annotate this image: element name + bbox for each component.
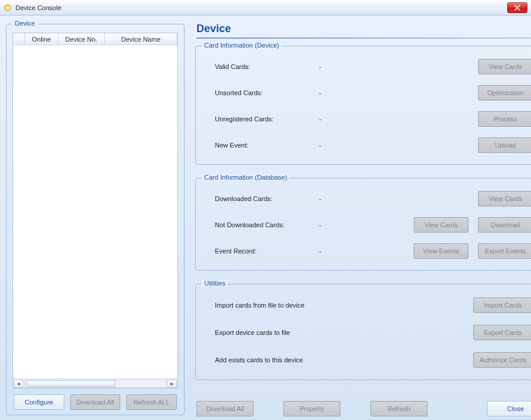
scroll-left-arrow[interactable]: ◄: [14, 380, 23, 388]
value-valid-cards: -: [319, 63, 379, 70]
device-list-buttons: Configure Download All Refresh ALL: [13, 391, 178, 411]
label-export-cards: Export device cards to file: [215, 329, 473, 336]
device-list-group: Device Online Device No. Device Name ◄ ►: [6, 24, 185, 415]
page-title: Device: [196, 23, 531, 35]
label-authorize-cards: Add exists cards to this device: [215, 356, 473, 363]
window-title: Device Console: [15, 4, 61, 11]
import-cards-button[interactable]: Import Cards: [473, 297, 531, 313]
device-grid-header: Online Device No. Device Name: [13, 33, 177, 45]
value-not-downloaded-cards: -: [319, 221, 379, 228]
device-grid-body: [13, 45, 177, 378]
download-button[interactable]: Download: [478, 217, 531, 233]
value-unsorted-cards: -: [319, 89, 379, 96]
process-button[interactable]: Process: [478, 111, 531, 127]
card-info-device-legend: Card Information (Device): [202, 42, 282, 49]
app-icon: [4, 4, 12, 12]
label-downloaded-cards: Downloaded Cards:: [215, 195, 319, 202]
label-not-downloaded-cards: Not Downloaded Cards:: [215, 221, 319, 228]
label-import-cards: Import cards from file to device: [215, 302, 473, 309]
property-button[interactable]: Property: [283, 401, 341, 416]
card-info-db-group: Card Information (Database) Downloaded C…: [195, 178, 531, 271]
row-unregistered-cards: Unregistered Cards: - Process: [202, 106, 531, 132]
value-unregistered-cards: -: [319, 115, 379, 123]
label-unregistered-cards: Unregistered Cards:: [215, 115, 319, 123]
row-unsorted-cards: Unsorted Cards: - Optimization: [202, 80, 531, 106]
content-area: Device Online Device No. Device Name ◄ ►: [0, 15, 531, 420]
value-downloaded-cards: -: [319, 195, 379, 202]
value-event-record: -: [319, 247, 379, 255]
title-underline: [196, 37, 531, 39]
card-info-device-group: Card Information (Device) Valid Cards: -…: [195, 46, 531, 165]
window-close-button[interactable]: [507, 2, 527, 13]
refresh-all-button[interactable]: Refresh ALL: [126, 394, 177, 410]
row-authorize-cards: Add exists cards to this device Authoriz…: [202, 346, 531, 374]
row-export-cards: Export device cards to file Export Cards: [202, 319, 531, 346]
optimization-button[interactable]: Optimization: [478, 85, 531, 101]
row-import-cards: Import cards from file to device Import …: [202, 292, 531, 319]
utilities-group: Utilities Import cards from file to devi…: [195, 284, 531, 380]
download-all-right-button[interactable]: Download All: [196, 401, 254, 416]
scroll-track[interactable]: [24, 380, 166, 388]
row-new-event: New Event: - Upload: [202, 132, 531, 158]
col-device-no[interactable]: Device No.: [58, 33, 105, 45]
col-device-name[interactable]: Device Name: [105, 33, 177, 45]
export-cards-button[interactable]: Export Cards: [473, 325, 531, 340]
view-cards-downloaded-button[interactable]: View Cards: [478, 191, 531, 206]
titlebar: Device Console: [0, 0, 531, 15]
device-list-legend: Device: [13, 20, 38, 27]
row-not-downloaded-cards: Not Downloaded Cards: - View Cards Downl…: [202, 212, 531, 238]
view-cards-notdl-button[interactable]: View Cards: [414, 217, 468, 233]
configure-button[interactable]: Configure: [14, 394, 64, 410]
close-button[interactable]: Close: [487, 401, 531, 416]
scroll-thumb[interactable]: [26, 380, 115, 387]
left-column: Device Online Device No. Device Name ◄ ►: [2, 19, 187, 418]
scroll-right-arrow[interactable]: ►: [167, 380, 177, 388]
label-unsorted-cards: Unsorted Cards:: [215, 89, 319, 96]
view-cards-valid-button[interactable]: View Cards: [478, 59, 531, 74]
export-events-button[interactable]: Export Events: [478, 243, 531, 259]
download-all-left-button[interactable]: Download All: [70, 394, 121, 410]
refresh-button[interactable]: Refresh: [370, 401, 427, 416]
view-events-button[interactable]: View Events: [414, 243, 468, 259]
row-event-record: Event Record: - View Events Export Event…: [202, 238, 531, 264]
grid-corner: [13, 33, 25, 45]
col-online[interactable]: Online: [25, 33, 58, 45]
right-bottom-buttons: Download All Property Refresh Close: [192, 395, 531, 418]
row-valid-cards: Valid Cards: - View Cards: [202, 54, 531, 80]
label-valid-cards: Valid Cards:: [215, 63, 319, 70]
horizontal-scrollbar[interactable]: ◄ ►: [13, 378, 177, 388]
upload-button[interactable]: Upload: [478, 137, 531, 153]
card-info-db-legend: Card Information (Database): [202, 174, 289, 181]
row-downloaded-cards: Downloaded Cards: - View Cards: [202, 186, 531, 212]
device-grid[interactable]: Online Device No. Device Name ◄ ►: [13, 33, 178, 388]
value-new-event: -: [319, 142, 379, 149]
authorize-cards-button[interactable]: Authorize Cards: [473, 352, 531, 368]
right-column: Device Card Information (Device) Valid C…: [192, 19, 531, 418]
utilities-legend: Utilities: [202, 280, 227, 287]
label-new-event: New Event:: [215, 142, 319, 149]
label-event-record: Event Record:: [215, 247, 319, 255]
